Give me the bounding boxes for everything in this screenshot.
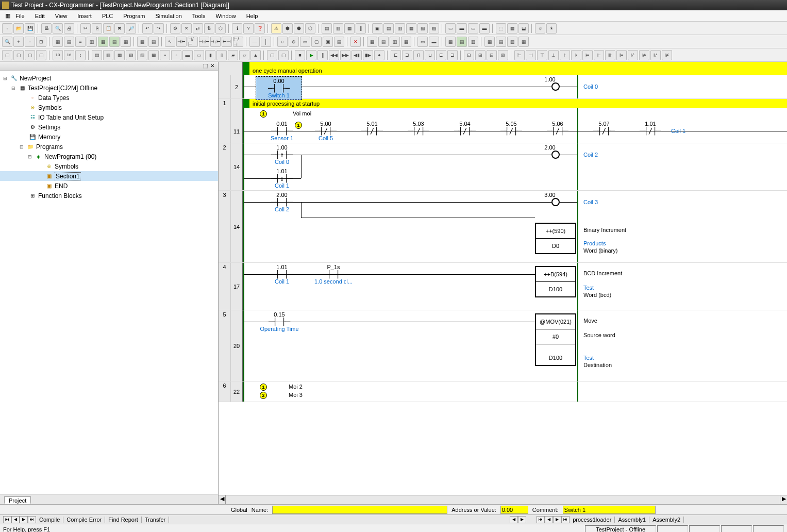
tree-plc[interactable]: ⊟▦TestProject[CJ2M] Offline bbox=[0, 83, 218, 93]
cc1[interactable]: ⊢ bbox=[514, 50, 525, 60]
rung-3[interactable]: 2 14 1.00─┤↑├─Coil 0 1.01─┤↓├─Coil 1 2.0… bbox=[219, 143, 787, 191]
cc6[interactable]: ⊧ bbox=[571, 50, 581, 60]
tool-h5[interactable]: ▧ bbox=[417, 23, 428, 34]
tree-symbols[interactable]: ※Symbols bbox=[0, 103, 218, 112]
step-back[interactable]: ◀◀ bbox=[329, 50, 339, 60]
tree-settings[interactable]: ⚙Settings bbox=[0, 122, 218, 132]
view-2[interactable]: ▤ bbox=[64, 37, 74, 47]
aa5[interactable]: ⊏ bbox=[436, 50, 446, 60]
view-3[interactable]: ≡ bbox=[75, 37, 86, 47]
o2[interactable]: ▤ bbox=[457, 37, 467, 47]
instr-bcd-increment[interactable]: ++B(594) D100 bbox=[535, 266, 576, 297]
cc14[interactable]: ⊯ bbox=[662, 50, 672, 60]
tool-f2[interactable]: ⬢ bbox=[282, 23, 293, 34]
run-stop[interactable]: ■ bbox=[295, 50, 305, 60]
contact-507[interactable]: 5.07─┤/├─ bbox=[589, 121, 619, 135]
tree-programs[interactable]: ⊟📁Programs bbox=[0, 142, 218, 152]
nav3-next[interactable]: ▶ bbox=[553, 516, 561, 523]
contact-or[interactable]: ⊢⊣ bbox=[222, 37, 232, 47]
y6[interactable]: ▩ bbox=[148, 50, 159, 60]
project-tree[interactable]: ⊟🔧NewProject ⊟▦TestProject[CJ2M] Offline… bbox=[0, 71, 218, 494]
x2[interactable]: ▢ bbox=[13, 50, 24, 60]
width-inc[interactable]: ↕ bbox=[75, 50, 86, 60]
width-10[interactable]: 10 bbox=[53, 50, 63, 60]
marker-1b[interactable]: 1 bbox=[295, 122, 302, 129]
rung-6[interactable]: 5 20 0.15─┤ ├─Operating Time @MOV(021) #… bbox=[219, 310, 787, 381]
nav3-last[interactable]: ⏭ bbox=[561, 516, 570, 523]
bb3[interactable]: ⊟ bbox=[487, 50, 497, 60]
nav-next[interactable]: ▶ bbox=[20, 516, 28, 523]
coil-0-out[interactable]: 1.00 bbox=[537, 76, 563, 82]
info-name-input[interactable] bbox=[272, 506, 447, 514]
nav3-first[interactable]: ⏮ bbox=[537, 516, 545, 523]
step-fwd[interactable]: ▶▶ bbox=[340, 50, 350, 60]
bp[interactable]: ● bbox=[374, 50, 384, 60]
p1[interactable]: ▦ bbox=[484, 37, 495, 47]
step-fwd1[interactable]: ▮▶ bbox=[363, 50, 373, 60]
menu-plc[interactable]: PLC bbox=[97, 12, 118, 20]
zoom-fit[interactable]: 🔍 bbox=[2, 37, 12, 47]
menu-insert[interactable]: Insert bbox=[72, 12, 97, 20]
tool-open[interactable]: 📂 bbox=[13, 23, 24, 34]
bb1[interactable]: ⊡ bbox=[464, 50, 474, 60]
tool-undo[interactable]: ↶ bbox=[142, 23, 153, 34]
tool-h1[interactable]: ▣ bbox=[372, 23, 382, 34]
scroll-right[interactable]: ▶ bbox=[780, 495, 787, 504]
tool-preview[interactable]: 🔍 bbox=[53, 23, 63, 34]
tool-a[interactable]: ⚙ bbox=[170, 23, 180, 34]
func2[interactable]: ▢ bbox=[311, 37, 322, 47]
cc2[interactable]: ⊣ bbox=[526, 50, 536, 60]
rung-5[interactable]: 4 17 1.01─┤ ├─Coil 1 P_1s─┤ ├─1.0 second… bbox=[219, 263, 787, 310]
cc12[interactable]: ⊭ bbox=[639, 50, 649, 60]
rung-2[interactable]: 11 0.01─┤ ├─Sensor 1 1 5.00─┤/├─Coil 5 5… bbox=[219, 120, 787, 143]
run-pause[interactable]: ∥ bbox=[317, 50, 328, 60]
tree-section1[interactable]: ▣Section1 bbox=[0, 171, 218, 181]
tool-i2[interactable]: ▬ bbox=[457, 23, 467, 34]
aa1[interactable]: ⊏ bbox=[391, 50, 401, 60]
o1[interactable]: ▦ bbox=[445, 37, 456, 47]
hline[interactable]: — bbox=[249, 37, 260, 47]
tab-assembly2[interactable]: Assembly2 bbox=[649, 517, 684, 523]
cc9[interactable]: ⊪ bbox=[605, 50, 615, 60]
y2[interactable]: ▥ bbox=[103, 50, 113, 60]
cc5[interactable]: ⊦ bbox=[560, 50, 570, 60]
tool-find[interactable]: 🔎 bbox=[126, 23, 136, 34]
y1[interactable]: ▤ bbox=[92, 50, 102, 60]
run-play[interactable]: ▶ bbox=[306, 50, 316, 60]
menu-help[interactable]: Help bbox=[241, 12, 263, 20]
func[interactable]: ▭ bbox=[300, 37, 310, 47]
cc13[interactable]: ⊮ bbox=[650, 50, 661, 60]
menu-tools[interactable]: Tools bbox=[187, 12, 211, 20]
cursor[interactable]: ↖ bbox=[165, 37, 175, 47]
tool-f4[interactable]: ⬡ bbox=[305, 23, 315, 34]
cc3[interactable]: ⊤ bbox=[537, 50, 547, 60]
z1[interactable]: ▢ bbox=[267, 50, 277, 60]
aa6[interactable]: ⊐ bbox=[447, 50, 458, 60]
tool-redo[interactable]: ↷ bbox=[154, 23, 164, 34]
tool-q[interactable]: ❓ bbox=[255, 23, 265, 34]
tab-process1[interactable]: process1loader bbox=[570, 517, 615, 523]
tool-c[interactable]: ⇄ bbox=[193, 23, 203, 34]
tool-j1[interactable]: ⬚ bbox=[496, 23, 506, 34]
instr-mov[interactable]: @MOV(021) #0 D100 bbox=[535, 313, 576, 366]
tool-i1[interactable]: ▭ bbox=[445, 23, 456, 34]
contact-coil5[interactable]: 5.00─┤/├─Coil 5 bbox=[310, 121, 341, 141]
func3[interactable]: ▣ bbox=[323, 37, 333, 47]
tool-e[interactable]: ⬡ bbox=[215, 23, 226, 34]
nav3-prev[interactable]: ◀ bbox=[545, 516, 553, 523]
zoom-sel[interactable]: ⊡ bbox=[36, 37, 46, 47]
tab-compile-error[interactable]: Compile Error bbox=[63, 517, 105, 523]
tree-pin-icon[interactable]: ⬚ bbox=[202, 63, 209, 70]
view-6[interactable]: ▤ bbox=[109, 37, 120, 47]
marker-moi2[interactable]: 1 bbox=[260, 384, 267, 391]
y4[interactable]: ▧ bbox=[126, 50, 136, 60]
bb4[interactable]: ⊠ bbox=[498, 50, 508, 60]
y15[interactable]: ▲ bbox=[250, 50, 261, 60]
tool-k2[interactable]: ☀ bbox=[546, 23, 557, 34]
tool-help[interactable]: ? bbox=[243, 23, 254, 34]
p4[interactable]: ▦ bbox=[518, 37, 529, 47]
func4[interactable]: ▤ bbox=[334, 37, 344, 47]
contact-switch1[interactable]: 0.00 ─┤ ├─ Switch 1 bbox=[256, 76, 302, 100]
ladder-diagram[interactable]: one cycle manual operation 2 0.00 ─┤ ├─ … bbox=[219, 62, 787, 504]
tool-j2[interactable]: ▦ bbox=[507, 23, 517, 34]
